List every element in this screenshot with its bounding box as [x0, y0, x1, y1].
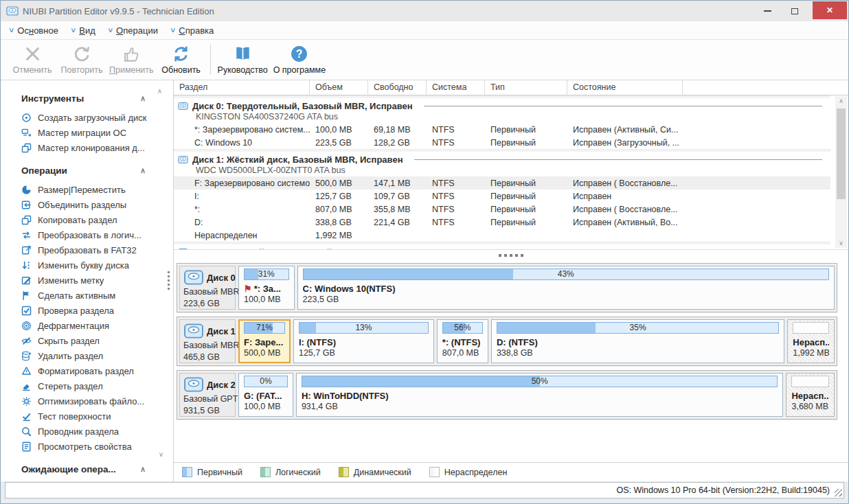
partition-block[interactable]: 35% D: (NTFS) 338,8 GB [491, 319, 784, 363]
disk-group-header[interactable]: Диск 1: Жёсткий диск, Базовый MBR, Испра… [174, 152, 830, 176]
sidebar-item[interactable]: Стереть раздел [1, 378, 173, 393]
disk-icon [183, 376, 204, 393]
sidebar-item[interactable]: Преобразовать в логич... [1, 227, 173, 242]
scroll-down-icon[interactable]: ∨ [839, 238, 844, 248]
close-button[interactable]: ✕ [813, 1, 847, 19]
sidebar-item[interactable]: Форматировать раздел [1, 363, 173, 378]
table-row[interactable]: *: 807,0 MB 355,8 MB NTFS Первичный Испр… [174, 203, 830, 216]
chevron-up-icon[interactable]: ∧ [140, 465, 146, 474]
sidebar-item[interactable]: Преобразовать в FAT32 [1, 242, 173, 257]
chevron-up-icon[interactable]: ∧ [140, 166, 146, 175]
sidebar-item[interactable]: Скрыть раздел [1, 333, 173, 348]
sidebar-section-items: Размер|Переместить Объединить разделы Ко… [1, 179, 173, 461]
sidebar-section-header-1[interactable]: Инструменты ∧ [1, 90, 173, 107]
sidebar-section-header-3[interactable]: Ожидающие опера... ∧ [1, 461, 173, 478]
table-map-splitter-handle[interactable] [174, 249, 848, 260]
column-header[interactable]: Свободно [368, 80, 427, 95]
group-rule [424, 106, 822, 106]
column-header[interactable]: Состояние [567, 80, 683, 95]
toolbar-button[interactable]: Применить [106, 42, 157, 78]
sidebar-item[interactable]: Удалить раздел [1, 348, 173, 363]
column-header[interactable]: Объем [310, 80, 368, 95]
partition-block[interactable]: 13% I: (NTFS) 125,7 GB [293, 319, 434, 363]
table-row[interactable]: I: 125,7 GB 109,7 GB NTFS Первичный Испр… [174, 190, 830, 203]
sidebar-item[interactable]: Просмотреть свойства [1, 439, 173, 454]
cell-partition: *: Зарезервировано систем... [174, 125, 310, 135]
table-scrollbar[interactable]: ∧ ∨ [835, 96, 847, 248]
disk-map: Диск 0 Базовый MBR 223,6 GB 31% ⚑ *: За.… [174, 260, 848, 462]
partition-label: *: За... [254, 284, 281, 294]
partition-block[interactable]: 71% F: Заре... 500,0 MB [238, 319, 291, 363]
usage-percent: 35% [497, 323, 778, 333]
toolbar-button[interactable]: О программе [271, 42, 328, 78]
table-row[interactable]: D: 338,8 GB 221,4 GB NTFS Первичный Испр… [174, 216, 830, 229]
sidebar-splitter-handle[interactable] [168, 271, 170, 290]
partition-block[interactable]: Нерасп... 3,680 MB [786, 373, 835, 417]
partition-label-line: Нерасп... [793, 336, 829, 348]
column-header[interactable]: Раздел [174, 80, 310, 95]
menu-item[interactable]: ∨ Справка [170, 25, 214, 36]
disk-info-box[interactable]: Диск 0 Базовый MBR 223,6 GB [179, 266, 236, 310]
disk-info-box[interactable]: Диск 1 Базовый MBR 465,8 GB [179, 319, 236, 363]
sidebar-section-header-2[interactable]: Операции ∧ [1, 162, 173, 179]
toolbar-button[interactable]: Обновить [157, 42, 206, 78]
partition-block[interactable]: 43% C: Windows 10(NTFS) 223,5 GB [297, 266, 835, 310]
status-os-text: OS: Windows 10 Pro 64-bit (Version:22H2,… [616, 485, 830, 495]
table-row[interactable]: C: Windows 10 223,5 GB 128,2 GB NTFS Пер… [174, 136, 830, 149]
sidebar-item[interactable]: Оптимизировать файло... [1, 393, 173, 409]
sidebar-item-label: Проводник раздела [38, 426, 119, 437]
menu-item[interactable]: ∨ Вид [71, 25, 95, 36]
resize-grip[interactable] [835, 489, 842, 496]
scroll-up-icon[interactable]: ∧ [839, 96, 844, 106]
partition-block[interactable]: 31% ⚑ *: За... 100,0 MB [238, 266, 295, 310]
sidebar-item[interactable]: Создать загрузочный диск [1, 110, 173, 125]
sidebar-item-label: Мастер клонирования д... [38, 143, 145, 153]
sidebar-item[interactable]: Мастер миграции ОС [1, 125, 173, 140]
sidebar-item[interactable]: Объединить разделы [1, 197, 173, 212]
disk-group-header[interactable]: Диск 0: Твердотельный, Базовый MBR, Испр… [174, 98, 830, 123]
partition-block[interactable]: Нерасп... 1,992 MB [787, 319, 835, 363]
cell-type: Первичный [485, 179, 567, 188]
column-header[interactable]: Система [427, 80, 485, 95]
sidebar-scroll-up-icon[interactable]: ∧ [157, 87, 162, 95]
search-icon [21, 426, 32, 437]
usage-bar [791, 376, 829, 387]
table-row[interactable]: Нераспределен 1,992 MB [174, 229, 830, 242]
chevron-up-icon[interactable]: ∧ [140, 94, 146, 103]
disk-info-box[interactable]: Диск 2 Базовый GPT 931,5 GB [179, 373, 236, 417]
disk-group-header[interactable]: Диск 2: Жёсткий диск, Базовый GPT, Испра… [174, 244, 830, 249]
cell-partition: Нераспределен [174, 231, 310, 240]
partition-block[interactable]: 0% G: (FAT... 100,0 MB [238, 373, 293, 417]
disk-group: Диск 2: Жёсткий диск, Базовый GPT, Испра… [174, 242, 830, 249]
partition-label: Нерасп... [793, 337, 829, 347]
partition-label-line: Нерасп... [791, 389, 829, 402]
maximize-button[interactable] [781, 2, 808, 20]
sidebar-item[interactable]: Размер|Переместить [1, 182, 173, 197]
cell-free: 109,7 GB [368, 192, 427, 201]
sidebar-item[interactable]: Проводник раздела [1, 424, 173, 439]
sidebar-item[interactable]: Изменить букву диска [1, 257, 173, 273]
sidebar-item[interactable]: Копировать раздел [1, 212, 173, 227]
sidebar-item[interactable]: Проверка раздела [1, 303, 173, 318]
toolbar-button[interactable]: Отменить [8, 42, 57, 78]
sidebar-item[interactable]: Изменить метку [1, 273, 173, 288]
sidebar-item[interactable]: Дефрагментация [1, 318, 173, 333]
partition-label-line: H: WinToHDD(NTFS) [302, 389, 778, 402]
menu-item[interactable]: ∨ Основное [9, 25, 58, 36]
menu-item[interactable]: ∨ Операции [108, 25, 158, 36]
cell-status: Исправен (Активный, Си... [567, 125, 683, 135]
toolbar-button[interactable]: Руководство [215, 42, 271, 78]
sidebar-item[interactable]: Тест поверхности [1, 409, 173, 424]
sidebar-item[interactable]: Мастер клонирования д... [1, 140, 173, 155]
column-header[interactable]: Тип [485, 80, 567, 95]
minimize-button[interactable] [754, 2, 781, 20]
partition-block[interactable]: 50% H: WinToHDD(NTFS) 931,4 GB [296, 373, 784, 417]
sidebar-section-title: Операции [21, 165, 67, 176]
toolbar-button[interactable]: Повторить [57, 42, 106, 78]
sidebar-item[interactable]: Сделать активным [1, 288, 173, 303]
sidebar-scroll-down-icon[interactable]: ∨ [159, 450, 163, 458]
table-row[interactable]: F: Зарезервировано системой 500,0 MB 147… [174, 176, 830, 190]
scrollbar-thumb[interactable] [837, 108, 846, 199]
table-row[interactable]: *: Зарезервировано систем... 100,0 MB 69… [174, 123, 830, 136]
partition-block[interactable]: 56% *: (NTFS) 807,0 MB [437, 319, 488, 363]
